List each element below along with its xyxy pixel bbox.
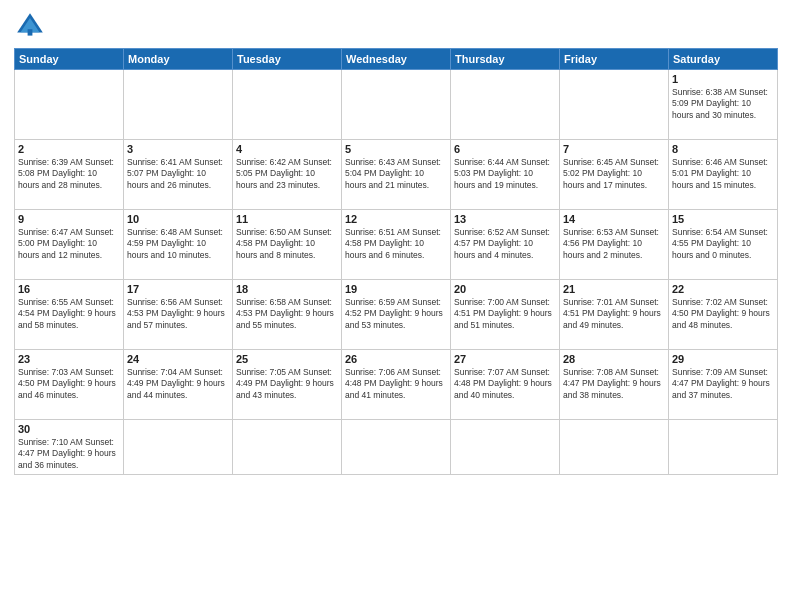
weekday-monday: Monday bbox=[124, 49, 233, 70]
day-cell: 6Sunrise: 6:44 AM Sunset: 5:03 PM Daylig… bbox=[451, 140, 560, 210]
day-info: Sunrise: 6:58 AM Sunset: 4:53 PM Dayligh… bbox=[236, 297, 338, 331]
day-info: Sunrise: 6:39 AM Sunset: 5:08 PM Dayligh… bbox=[18, 157, 120, 191]
day-number: 21 bbox=[563, 283, 665, 295]
day-number: 18 bbox=[236, 283, 338, 295]
day-cell bbox=[342, 70, 451, 140]
day-cell: 17Sunrise: 6:56 AM Sunset: 4:53 PM Dayli… bbox=[124, 280, 233, 350]
day-info: Sunrise: 6:38 AM Sunset: 5:09 PM Dayligh… bbox=[672, 87, 774, 121]
day-cell: 27Sunrise: 7:07 AM Sunset: 4:48 PM Dayli… bbox=[451, 350, 560, 420]
day-cell: 28Sunrise: 7:08 AM Sunset: 4:47 PM Dayli… bbox=[560, 350, 669, 420]
day-number: 7 bbox=[563, 143, 665, 155]
day-number: 30 bbox=[18, 423, 120, 435]
day-number: 22 bbox=[672, 283, 774, 295]
day-number: 25 bbox=[236, 353, 338, 365]
day-number: 26 bbox=[345, 353, 447, 365]
weekday-wednesday: Wednesday bbox=[342, 49, 451, 70]
day-number: 1 bbox=[672, 73, 774, 85]
day-info: Sunrise: 6:52 AM Sunset: 4:57 PM Dayligh… bbox=[454, 227, 556, 261]
day-info: Sunrise: 7:06 AM Sunset: 4:48 PM Dayligh… bbox=[345, 367, 447, 401]
day-cell: 30Sunrise: 7:10 AM Sunset: 4:47 PM Dayli… bbox=[15, 420, 124, 475]
day-info: Sunrise: 7:10 AM Sunset: 4:47 PM Dayligh… bbox=[18, 437, 120, 471]
day-cell: 20Sunrise: 7:00 AM Sunset: 4:51 PM Dayli… bbox=[451, 280, 560, 350]
day-cell: 11Sunrise: 6:50 AM Sunset: 4:58 PM Dayli… bbox=[233, 210, 342, 280]
weekday-saturday: Saturday bbox=[669, 49, 778, 70]
calendar-table: SundayMondayTuesdayWednesdayThursdayFrid… bbox=[14, 48, 778, 475]
day-number: 17 bbox=[127, 283, 229, 295]
svg-rect-2 bbox=[28, 29, 33, 35]
day-number: 19 bbox=[345, 283, 447, 295]
day-number: 4 bbox=[236, 143, 338, 155]
day-info: Sunrise: 7:07 AM Sunset: 4:48 PM Dayligh… bbox=[454, 367, 556, 401]
day-info: Sunrise: 6:55 AM Sunset: 4:54 PM Dayligh… bbox=[18, 297, 120, 331]
day-number: 24 bbox=[127, 353, 229, 365]
day-number: 12 bbox=[345, 213, 447, 225]
day-cell: 19Sunrise: 6:59 AM Sunset: 4:52 PM Dayli… bbox=[342, 280, 451, 350]
week-row-4: 23Sunrise: 7:03 AM Sunset: 4:50 PM Dayli… bbox=[15, 350, 778, 420]
day-number: 15 bbox=[672, 213, 774, 225]
day-cell: 4Sunrise: 6:42 AM Sunset: 5:05 PM Daylig… bbox=[233, 140, 342, 210]
day-info: Sunrise: 6:54 AM Sunset: 4:55 PM Dayligh… bbox=[672, 227, 774, 261]
day-info: Sunrise: 6:41 AM Sunset: 5:07 PM Dayligh… bbox=[127, 157, 229, 191]
week-row-3: 16Sunrise: 6:55 AM Sunset: 4:54 PM Dayli… bbox=[15, 280, 778, 350]
day-number: 13 bbox=[454, 213, 556, 225]
day-cell bbox=[124, 70, 233, 140]
day-cell: 15Sunrise: 6:54 AM Sunset: 4:55 PM Dayli… bbox=[669, 210, 778, 280]
day-number: 16 bbox=[18, 283, 120, 295]
weekday-thursday: Thursday bbox=[451, 49, 560, 70]
day-cell: 24Sunrise: 7:04 AM Sunset: 4:49 PM Dayli… bbox=[124, 350, 233, 420]
day-number: 2 bbox=[18, 143, 120, 155]
weekday-tuesday: Tuesday bbox=[233, 49, 342, 70]
day-cell: 10Sunrise: 6:48 AM Sunset: 4:59 PM Dayli… bbox=[124, 210, 233, 280]
day-cell bbox=[342, 420, 451, 475]
week-row-0: 1Sunrise: 6:38 AM Sunset: 5:09 PM Daylig… bbox=[15, 70, 778, 140]
day-cell: 1Sunrise: 6:38 AM Sunset: 5:09 PM Daylig… bbox=[669, 70, 778, 140]
weekday-sunday: Sunday bbox=[15, 49, 124, 70]
day-info: Sunrise: 6:56 AM Sunset: 4:53 PM Dayligh… bbox=[127, 297, 229, 331]
day-cell: 22Sunrise: 7:02 AM Sunset: 4:50 PM Dayli… bbox=[669, 280, 778, 350]
day-info: Sunrise: 6:47 AM Sunset: 5:00 PM Dayligh… bbox=[18, 227, 120, 261]
week-row-1: 2Sunrise: 6:39 AM Sunset: 5:08 PM Daylig… bbox=[15, 140, 778, 210]
day-cell bbox=[560, 70, 669, 140]
day-number: 5 bbox=[345, 143, 447, 155]
day-number: 10 bbox=[127, 213, 229, 225]
day-info: Sunrise: 6:59 AM Sunset: 4:52 PM Dayligh… bbox=[345, 297, 447, 331]
day-info: Sunrise: 7:09 AM Sunset: 4:47 PM Dayligh… bbox=[672, 367, 774, 401]
day-info: Sunrise: 6:43 AM Sunset: 5:04 PM Dayligh… bbox=[345, 157, 447, 191]
day-info: Sunrise: 6:51 AM Sunset: 4:58 PM Dayligh… bbox=[345, 227, 447, 261]
day-number: 20 bbox=[454, 283, 556, 295]
day-cell bbox=[451, 70, 560, 140]
logo bbox=[14, 10, 50, 42]
header bbox=[14, 10, 778, 42]
day-number: 11 bbox=[236, 213, 338, 225]
day-number: 14 bbox=[563, 213, 665, 225]
weekday-friday: Friday bbox=[560, 49, 669, 70]
day-info: Sunrise: 7:02 AM Sunset: 4:50 PM Dayligh… bbox=[672, 297, 774, 331]
day-cell: 8Sunrise: 6:46 AM Sunset: 5:01 PM Daylig… bbox=[669, 140, 778, 210]
day-info: Sunrise: 7:00 AM Sunset: 4:51 PM Dayligh… bbox=[454, 297, 556, 331]
day-info: Sunrise: 6:53 AM Sunset: 4:56 PM Dayligh… bbox=[563, 227, 665, 261]
day-info: Sunrise: 6:42 AM Sunset: 5:05 PM Dayligh… bbox=[236, 157, 338, 191]
day-number: 28 bbox=[563, 353, 665, 365]
day-cell: 21Sunrise: 7:01 AM Sunset: 4:51 PM Dayli… bbox=[560, 280, 669, 350]
day-cell: 2Sunrise: 6:39 AM Sunset: 5:08 PM Daylig… bbox=[15, 140, 124, 210]
day-cell bbox=[669, 420, 778, 475]
day-cell: 18Sunrise: 6:58 AM Sunset: 4:53 PM Dayli… bbox=[233, 280, 342, 350]
day-number: 9 bbox=[18, 213, 120, 225]
week-row-5: 30Sunrise: 7:10 AM Sunset: 4:47 PM Dayli… bbox=[15, 420, 778, 475]
day-info: Sunrise: 7:01 AM Sunset: 4:51 PM Dayligh… bbox=[563, 297, 665, 331]
page: SundayMondayTuesdayWednesdayThursdayFrid… bbox=[0, 0, 792, 612]
day-info: Sunrise: 7:08 AM Sunset: 4:47 PM Dayligh… bbox=[563, 367, 665, 401]
day-cell: 14Sunrise: 6:53 AM Sunset: 4:56 PM Dayli… bbox=[560, 210, 669, 280]
day-cell: 12Sunrise: 6:51 AM Sunset: 4:58 PM Dayli… bbox=[342, 210, 451, 280]
day-info: Sunrise: 6:44 AM Sunset: 5:03 PM Dayligh… bbox=[454, 157, 556, 191]
day-number: 8 bbox=[672, 143, 774, 155]
day-number: 6 bbox=[454, 143, 556, 155]
day-cell: 7Sunrise: 6:45 AM Sunset: 5:02 PM Daylig… bbox=[560, 140, 669, 210]
day-cell bbox=[233, 70, 342, 140]
day-cell bbox=[451, 420, 560, 475]
day-cell: 29Sunrise: 7:09 AM Sunset: 4:47 PM Dayli… bbox=[669, 350, 778, 420]
day-cell: 5Sunrise: 6:43 AM Sunset: 5:04 PM Daylig… bbox=[342, 140, 451, 210]
day-number: 3 bbox=[127, 143, 229, 155]
day-cell: 3Sunrise: 6:41 AM Sunset: 5:07 PM Daylig… bbox=[124, 140, 233, 210]
week-row-2: 9Sunrise: 6:47 AM Sunset: 5:00 PM Daylig… bbox=[15, 210, 778, 280]
